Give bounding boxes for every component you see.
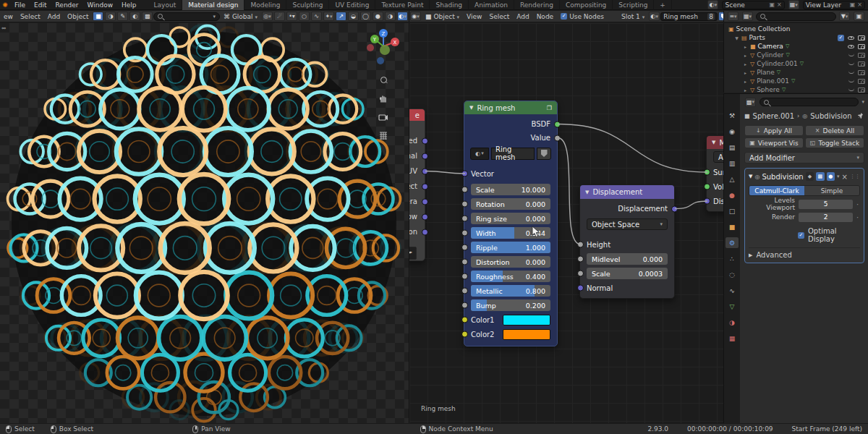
segment-catmull-clark[interactable]: Catmull-Clark	[749, 186, 804, 195]
viewport-menu-ew[interactable]: ew	[0, 13, 17, 20]
workspace-tab-uv-editing[interactable]: UV Editing	[329, 0, 375, 10]
node-menu-select[interactable]: Select	[485, 13, 513, 20]
properties-tab-output[interactable]: ▤	[726, 142, 739, 153]
socket-midlevel-input[interactable]	[577, 256, 584, 263]
collapse-triangle-icon[interactable]: ▼	[469, 105, 473, 111]
modifier-name[interactable]: Subdivision	[762, 173, 803, 181]
slot-dropdown[interactable]: Slot 1 ▾	[618, 13, 648, 20]
render-disabled-icon[interactable]	[858, 61, 865, 67]
drag-handle-icon[interactable]: ⋮⋮	[850, 174, 860, 179]
properties-search-input[interactable]	[760, 98, 859, 106]
mode-sculpt-icon[interactable]: ◑	[105, 12, 116, 21]
panel-collapse-icon[interactable]: ▼	[749, 174, 752, 179]
slider-scale[interactable]: Scale10.000	[471, 184, 550, 195]
workspace-tab-modeling[interactable]: Modeling	[244, 0, 286, 10]
menu-render[interactable]: Render	[51, 1, 83, 9]
workspace-tab-compositing[interactable]: Compositing	[560, 0, 613, 10]
workspace-tab-shading[interactable]: Shading	[430, 0, 469, 10]
outliner-item-cylinder[interactable]: ▸▽Cylinder▽	[724, 51, 868, 59]
workspace-tab-rendering[interactable]: Rendering	[514, 0, 560, 10]
render-disabled-icon[interactable]	[858, 53, 865, 58]
socket-color2-input[interactable]	[461, 331, 468, 338]
properties-tab-texture[interactable]: ▦	[726, 333, 739, 344]
workspace-tab-animation[interactable]: Animation	[469, 0, 514, 10]
outliner-filter-icon[interactable]: ▼▾	[839, 12, 850, 21]
apply-all-button[interactable]: ↓Apply All	[744, 125, 804, 136]
socket-normal-input[interactable]	[577, 285, 584, 292]
snap-target-icon[interactable]: •▾	[286, 12, 297, 21]
modifier-extras-icon[interactable]: ▾	[837, 174, 840, 179]
socket-surface-input[interactable]	[704, 169, 710, 176]
outliner-collection-parts[interactable]: ▼▤Parts✓	[724, 33, 868, 42]
socket-ring-size-input[interactable]	[461, 216, 468, 222]
subdivision-modifier-panel[interactable]: ▼ ◎ Subdivision ◆ ▩ ● ▾ × ⋮⋮ Catmull-Cla…	[744, 168, 864, 263]
menu-edit[interactable]: Edit	[30, 1, 51, 9]
eye-closed-icon[interactable]	[848, 62, 854, 65]
workspace-tab-layout[interactable]: Layout	[148, 0, 183, 10]
shading-solid-icon[interactable]: ●	[373, 12, 383, 21]
shading-rendered-icon[interactable]: ◐▾	[397, 12, 408, 21]
menu-help[interactable]: Help	[117, 1, 141, 9]
collapse-triangle-icon[interactable]: ▼	[585, 190, 589, 195]
properties-options-icon[interactable]: ▾	[861, 99, 864, 105]
viewport-vis-button[interactable]: ▣Viewport Vis	[744, 137, 804, 148]
outliner-item-plane[interactable]: ▸▽Plane▽	[724, 68, 868, 77]
group-name-field[interactable]: Ring mesh	[491, 148, 535, 160]
socket-displacement-input[interactable]	[704, 198, 710, 205]
node-matout-header[interactable]: ▼ M	[707, 136, 723, 149]
socket-height-input[interactable]	[577, 242, 584, 248]
modifier-close-icon[interactable]: ×	[842, 173, 848, 181]
properties-tab-collection[interactable]: □	[726, 205, 739, 216]
socket-scale-input[interactable]	[577, 271, 584, 277]
socket-volume-input[interactable]	[704, 184, 710, 190]
socket-width-input[interactable]	[461, 230, 468, 237]
group-browse-icon[interactable]: ◐▾	[470, 148, 489, 160]
scene-browse-icon[interactable]: ◐▾	[707, 0, 718, 9]
pan-hand-icon[interactable]	[378, 93, 389, 104]
menu-file[interactable]: File	[10, 1, 30, 9]
animate-dot-icon[interactable]: ·	[856, 213, 860, 221]
outliner-item-camera[interactable]: ▸■Camera▽	[724, 42, 868, 51]
eye-closed-icon[interactable]	[848, 88, 854, 91]
slider-roughness[interactable]: Roughness0.400	[471, 271, 550, 282]
color1-swatch[interactable]	[503, 315, 550, 326]
field-render[interactable]: 2	[799, 213, 853, 222]
breadcrumb-object[interactable]: Sphere.001	[753, 112, 795, 120]
workspace-tab-sculpting[interactable]: Sculpting	[286, 0, 329, 10]
eye-closed-icon[interactable]	[848, 71, 854, 74]
collapse-triangle-icon[interactable]: ▼	[712, 140, 715, 145]
outliner-item-cylinder.001[interactable]: ▸▽Cylinder.001▽	[724, 59, 868, 68]
group-fake-user-icon[interactable]	[537, 148, 551, 160]
add-workspace-button[interactable]: +	[654, 0, 672, 10]
socket-texcoord-low[interactable]	[422, 213, 428, 220]
viewport-menu-select[interactable]: Select	[17, 13, 44, 20]
node-displacement[interactable]: ▼ Displacement Displacement Object Space…	[579, 184, 675, 299]
outliner-display-mode-icon[interactable]: ≡▾	[728, 12, 739, 21]
outliner-id-type-icon[interactable]: ▦▾	[742, 12, 753, 21]
editor-type-icon[interactable]: ◉▾	[410, 12, 421, 21]
shader-node-editor[interactable]: e edmalUVecteralowion ✒ ▼ Ring mesh ❐ BS…	[409, 23, 723, 423]
viewlayer-copy-icon[interactable]: ▣	[850, 1, 856, 8]
workspace-tab-texture-paint[interactable]: Texture Paint	[375, 0, 430, 10]
node-texcoord-header[interactable]: e	[409, 109, 425, 121]
properties-tab-world[interactable]: ●	[726, 190, 739, 200]
segment-simple[interactable]: Simple	[804, 186, 859, 195]
socket-scale-input[interactable]	[461, 187, 468, 193]
eye-closed-icon[interactable]	[848, 54, 854, 56]
node-menu-view[interactable]: View	[463, 13, 485, 20]
node-menu-add[interactable]: Add	[513, 13, 532, 20]
properties-tab-view-layer[interactable]: ▥	[726, 158, 739, 169]
workspace-tab-scripting[interactable]: Scripting	[613, 0, 654, 10]
socket-ripple-input[interactable]	[461, 244, 468, 251]
properties-tab-scene[interactable]: △	[726, 174, 739, 184]
output-target-dropdown[interactable]: All	[713, 151, 723, 163]
viewlayer-unlink-icon[interactable]: ×	[857, 1, 862, 8]
socket-texcoord-ed[interactable]	[422, 137, 428, 144]
slider-rotation[interactable]: Rotation0.000	[471, 198, 550, 210]
orientation-dropdown[interactable]: ⌘ Global ▾	[220, 13, 261, 20]
slider-ring-size[interactable]: Ring size0.000	[471, 213, 550, 224]
toggle-stack-button[interactable]: ◱Toggle Stack	[805, 137, 864, 148]
gizmo-dropdown-icon[interactable]: ✦▾	[323, 12, 334, 21]
viewlayer-browse-icon[interactable]: ▦▾	[788, 0, 799, 9]
node-ringmesh-header[interactable]: ▼ Ring mesh ❐	[464, 101, 557, 114]
